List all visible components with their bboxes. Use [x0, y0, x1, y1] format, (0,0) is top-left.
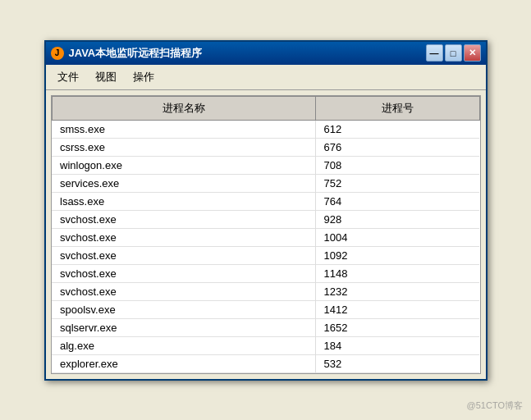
- process-name: csrss.exe: [52, 138, 315, 156]
- table-row[interactable]: spoolsv.exe1412: [52, 300, 479, 318]
- table-header-row: 进程名称 进程号: [52, 96, 479, 120]
- process-pid: 928: [315, 210, 479, 228]
- table-container[interactable]: 进程名称 进程号 smss.exe612csrss.exe676winlogon…: [52, 96, 480, 373]
- table-row[interactable]: winlogon.exe708: [52, 156, 479, 174]
- minimize-button[interactable]: —: [426, 44, 443, 62]
- col-header-name: 进程名称: [52, 96, 315, 120]
- process-name: svchost.exe: [52, 210, 315, 228]
- process-name: sqlservr.exe: [52, 318, 315, 336]
- table-row[interactable]: explorer.exe532: [52, 354, 479, 372]
- process-pid: 1412: [315, 300, 479, 318]
- process-pid: 1148: [315, 264, 479, 282]
- process-pid: 676: [315, 138, 479, 156]
- process-table: 进程名称 进程号 smss.exe612csrss.exe676winlogon…: [52, 96, 480, 373]
- process-pid: 764: [315, 192, 479, 210]
- app-icon-label: J: [55, 48, 60, 57]
- table-row[interactable]: lsass.exe764: [52, 192, 479, 210]
- process-name: svchost.exe: [52, 246, 315, 264]
- title-bar: J JAVA本地监听远程扫描程序 — □ ✕: [46, 42, 486, 65]
- process-name: winlogon.exe: [52, 156, 315, 174]
- table-row[interactable]: svchost.exe1004: [52, 228, 479, 246]
- table-row[interactable]: svchost.exe1148: [52, 264, 479, 282]
- process-name: svchost.exe: [52, 264, 315, 282]
- menu-bar: 文件 视图 操作: [46, 65, 486, 90]
- table-row[interactable]: sqlservr.exe1652: [52, 318, 479, 336]
- table-body: smss.exe612csrss.exe676winlogon.exe708se…: [52, 120, 479, 372]
- table-row[interactable]: csrss.exe676: [52, 138, 479, 156]
- process-pid: 1092: [315, 246, 479, 264]
- menu-file[interactable]: 文件: [51, 67, 85, 87]
- window-controls: — □ ✕: [426, 44, 481, 62]
- maximize-button[interactable]: □: [445, 44, 462, 62]
- app-icon: J: [51, 47, 64, 60]
- process-pid: 1004: [315, 228, 479, 246]
- process-pid: 1652: [315, 318, 479, 336]
- process-pid: 752: [315, 174, 479, 192]
- table-row[interactable]: services.exe752: [52, 174, 479, 192]
- menu-view[interactable]: 视图: [89, 67, 123, 87]
- process-pid: 184: [315, 336, 479, 354]
- process-pid: 1232: [315, 282, 479, 300]
- process-name: svchost.exe: [52, 282, 315, 300]
- content-area: 进程名称 进程号 smss.exe612csrss.exe676winlogon…: [51, 95, 481, 374]
- title-bar-left: J JAVA本地监听远程扫描程序: [51, 46, 203, 61]
- col-header-pid: 进程号: [315, 96, 479, 120]
- table-row[interactable]: smss.exe612: [52, 120, 479, 138]
- process-name: services.exe: [52, 174, 315, 192]
- table-row[interactable]: svchost.exe928: [52, 210, 479, 228]
- process-name: svchost.exe: [52, 228, 315, 246]
- process-name: alg.exe: [52, 336, 315, 354]
- watermark: @51CTO博客: [467, 399, 523, 412]
- process-name: explorer.exe: [52, 354, 315, 372]
- close-button[interactable]: ✕: [464, 44, 481, 62]
- table-row[interactable]: svchost.exe1092: [52, 246, 479, 264]
- main-window: J JAVA本地监听远程扫描程序 — □ ✕ 文件 视图 操作 进程名称 进程号: [44, 40, 488, 381]
- process-pid: 708: [315, 156, 479, 174]
- table-row[interactable]: svchost.exe1232: [52, 282, 479, 300]
- process-name: smss.exe: [52, 120, 315, 138]
- process-pid: 612: [315, 120, 479, 138]
- table-row[interactable]: alg.exe184: [52, 336, 479, 354]
- process-name: spoolsv.exe: [52, 300, 315, 318]
- process-pid: 532: [315, 354, 479, 372]
- process-name: lsass.exe: [52, 192, 315, 210]
- window-title: JAVA本地监听远程扫描程序: [69, 46, 203, 61]
- menu-action[interactable]: 操作: [126, 67, 161, 87]
